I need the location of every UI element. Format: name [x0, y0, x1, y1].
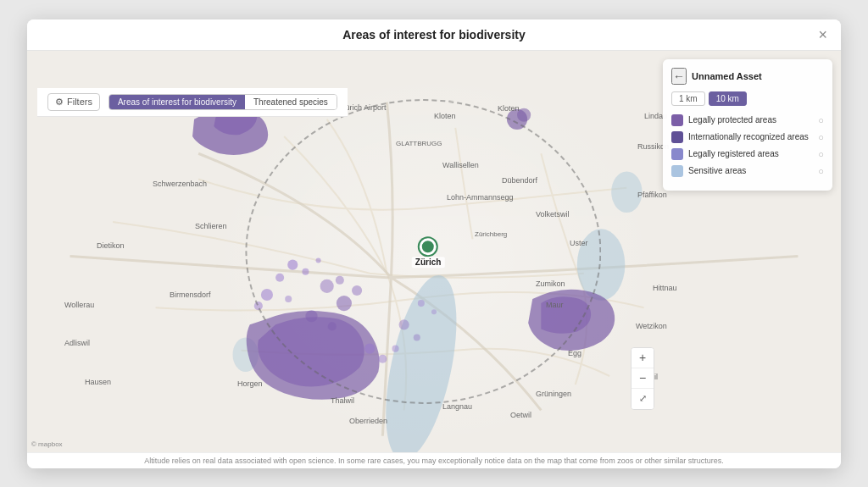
- legend-info-internationally[interactable]: ○: [818, 132, 824, 142]
- panel-header: ← Unnamed Asset: [671, 68, 824, 85]
- scale-buttons: 1 km 10 km: [671, 91, 824, 106]
- legend-color-sensitive: [671, 165, 683, 177]
- back-button[interactable]: ←: [671, 68, 687, 85]
- legend-info-registered[interactable]: ○: [818, 149, 824, 159]
- filters-icon: ⚙: [55, 97, 64, 108]
- legend-sensitive: Sensitive areas ○: [671, 165, 824, 177]
- legend-label-legally-protected: Legally protected areas: [688, 115, 776, 125]
- legend-legally-protected: Legally protected areas ○: [671, 114, 824, 126]
- tab-areas-of-interest[interactable]: Areas of interest for biodiversity: [109, 95, 245, 109]
- legend-registered: Legally registered areas ○: [671, 148, 824, 160]
- footer-bar: Altitude relies on real data associated …: [27, 452, 841, 468]
- legend-info-legally-protected[interactable]: ○: [818, 115, 824, 125]
- legend-color-legally-protected: [671, 114, 683, 126]
- scale-1km-button[interactable]: 1 km: [671, 91, 705, 106]
- map-area: Zürich Zürich Airport Kloten Kloten Schw…: [27, 51, 841, 452]
- panel-title: Unnamed Asset: [692, 71, 762, 81]
- scale-10km-button[interactable]: 10 km: [709, 91, 747, 106]
- legend-label-sensitive: Sensitive areas: [688, 166, 746, 175]
- legend-info-sensitive[interactable]: ○: [818, 166, 824, 176]
- tab-threatened-species[interactable]: Threatened species: [245, 95, 337, 109]
- location-marker: Zürich: [412, 238, 445, 268]
- tab-group: Areas of interest for biodiversity Threa…: [108, 94, 337, 110]
- zoom-controls: + − ⤢: [631, 347, 654, 410]
- window-header: Areas of interest for biodiversity ×: [27, 19, 841, 51]
- zoom-in-button[interactable]: +: [632, 348, 654, 368]
- close-button[interactable]: ×: [818, 27, 827, 42]
- filters-button[interactable]: ⚙ Filters: [47, 93, 100, 111]
- toolbar: ⚙ Filters Areas of interest for biodiver…: [37, 88, 348, 117]
- zoom-out-button[interactable]: −: [632, 368, 654, 389]
- zoom-expand-button[interactable]: ⤢: [632, 389, 654, 409]
- footer-text: Altitude relies on real data associated …: [144, 457, 723, 465]
- legend-color-internationally: [671, 131, 683, 143]
- legend-label-internationally: Internationally recognized areas: [688, 132, 809, 141]
- location-dot: [420, 238, 437, 255]
- legend-internationally: Internationally recognized areas ○: [671, 131, 824, 143]
- map-copyright: © mapbox: [31, 440, 63, 448]
- location-label: Zürich: [412, 257, 445, 268]
- legend-label-registered: Legally registered areas: [688, 149, 779, 158]
- window-title: Areas of interest for biodiversity: [342, 28, 526, 42]
- side-panel: ← Unnamed Asset 1 km 10 km Legally prote…: [663, 59, 832, 191]
- main-window: Areas of interest for biodiversity ×: [27, 19, 841, 468]
- filters-label: Filters: [67, 97, 92, 107]
- legend-color-registered: [671, 148, 683, 160]
